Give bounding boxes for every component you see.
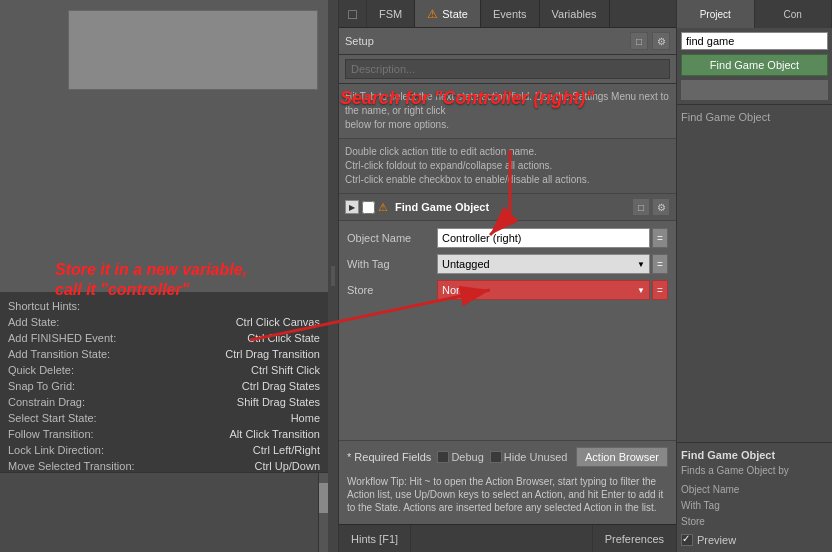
shortcut-keys-lock-link: Ctrl Left/Right bbox=[164, 442, 320, 458]
debug-label: Debug bbox=[451, 451, 483, 463]
shortcut-label-snap: Snap To Grid: bbox=[8, 378, 164, 394]
shortcut-label-lock-link: Lock Link Direction: bbox=[8, 442, 164, 458]
with-tag-value: Untagged ▼ = bbox=[437, 254, 668, 274]
shortcut-row-constrain: Constrain Drag: Shift Drag States bbox=[8, 394, 320, 410]
preferences-label: Preferences bbox=[605, 533, 664, 545]
settings-btn[interactable]: ⚙ bbox=[652, 32, 670, 50]
scrollbar-thumb[interactable] bbox=[319, 483, 328, 513]
shortcut-keys-snap: Ctrl Drag States bbox=[164, 378, 320, 394]
shortcut-label-transition: Add Transition State: bbox=[8, 346, 164, 362]
shortcut-row-snap: Snap To Grid: Ctrl Drag States bbox=[8, 378, 320, 394]
action-fields: Object Name = With Tag Untagged ▼ = bbox=[339, 221, 676, 307]
preferences-btn[interactable]: Preferences bbox=[592, 525, 676, 552]
action-enable-checkbox[interactable] bbox=[362, 201, 375, 214]
field-row-object-name: Object Name = bbox=[339, 225, 676, 251]
shortcut-keys-follow: Alt Click Transition bbox=[164, 426, 320, 442]
shortcuts-section: Shortcut Hints: Add State: Ctrl Click Ca… bbox=[0, 292, 328, 472]
bottom-bar: Hints [F1] Preferences bbox=[339, 524, 676, 552]
with-tag-dropdown[interactable]: Untagged ▼ bbox=[437, 254, 650, 274]
shortcut-label-add-state: Add State: bbox=[8, 314, 164, 330]
shortcut-row-quick-delete: Quick Delete: Ctrl Shift Click bbox=[8, 362, 320, 378]
shortcut-row-transition: Add Transition State: Ctrl Drag Transiti… bbox=[8, 346, 320, 362]
field-row-with-tag: With Tag Untagged ▼ = bbox=[339, 251, 676, 277]
preview-row: Preview bbox=[681, 534, 828, 546]
action-copy-btn[interactable]: □ bbox=[632, 198, 650, 216]
tips-line1: Double click action title to edit action… bbox=[345, 146, 537, 157]
shortcut-row-move-transition: Move Selected Transition: Ctrl Up/Down bbox=[8, 458, 320, 472]
right-field-list: Object Name With Tag Store bbox=[681, 482, 828, 530]
scrollbar-vertical[interactable] bbox=[318, 473, 328, 552]
warning-icon-state: ⚠ bbox=[427, 7, 438, 21]
action-header: ▶ ⚠ Find Game Object □ ⚙ bbox=[339, 194, 676, 221]
tab-state[interactable]: ⚠ State bbox=[415, 0, 481, 27]
shortcut-keys-hints bbox=[164, 298, 320, 314]
store-label: Store bbox=[347, 284, 437, 296]
state-node bbox=[68, 10, 318, 90]
hints-btn[interactable]: Hints [F1] bbox=[339, 525, 411, 552]
with-tag-arrow: ▼ bbox=[637, 260, 645, 269]
maximize-btn[interactable]: □ bbox=[630, 32, 648, 50]
hide-unused-checkbox-item: Hide Unused bbox=[490, 451, 568, 463]
find-game-btn-label: Find Game Object bbox=[710, 59, 799, 71]
store-arrow: ▼ bbox=[637, 286, 645, 295]
state-setup-label: Setup bbox=[345, 35, 630, 47]
right-tab-con[interactable]: Con bbox=[755, 0, 833, 28]
object-name-input[interactable] bbox=[437, 228, 650, 248]
shortcut-label-finished: Add FINISHED Event: bbox=[8, 330, 164, 346]
required-fields-section: * Required Fields Debug Hide Unused Acti… bbox=[339, 440, 676, 524]
canvas-area[interactable] bbox=[0, 0, 328, 292]
tips-area: Double click action title to edit action… bbox=[339, 139, 676, 194]
action-settings-btn[interactable]: ⚙ bbox=[652, 198, 670, 216]
hide-unused-label: Hide Unused bbox=[504, 451, 568, 463]
store-dropdown[interactable]: None ▼ bbox=[437, 280, 650, 300]
shortcut-keys-add-state: Ctrl Click Canvas bbox=[164, 314, 320, 330]
info-line1: Hit Tab to select the next state action … bbox=[345, 91, 669, 116]
shortcut-keys-quick-delete: Ctrl Shift Click bbox=[164, 362, 320, 378]
right-section-description: Finds a Game Object by bbox=[681, 465, 828, 476]
store-expand-btn[interactable]: = bbox=[652, 280, 668, 300]
preview-label: Preview bbox=[697, 534, 736, 546]
tips-line3: Ctrl-click enable checkbox to enable/dis… bbox=[345, 174, 590, 185]
debug-checkbox[interactable] bbox=[437, 451, 449, 463]
hide-unused-checkbox[interactable] bbox=[490, 451, 502, 463]
shortcut-row-add-state: Add State: Ctrl Click Canvas bbox=[8, 314, 320, 330]
action-icon-btns: □ ⚙ bbox=[632, 198, 670, 216]
info-text: Hit Tab to select the next state action … bbox=[339, 84, 676, 139]
action-browser-button[interactable]: Action Browser bbox=[576, 447, 668, 467]
shortcut-row-select-start: Select Start State: Home bbox=[8, 410, 320, 426]
right-field-store: Store bbox=[681, 514, 828, 530]
right-content: Find Game Object bbox=[677, 105, 832, 442]
field-row-store: Store None ▼ = bbox=[339, 277, 676, 303]
search-area: Find Game Object bbox=[677, 28, 832, 105]
left-panel: Shortcut Hints: Add State: Ctrl Click Ca… bbox=[0, 0, 328, 552]
info-line2: below for more options. bbox=[345, 119, 449, 130]
search-results bbox=[681, 80, 828, 100]
with-tag-expand-btn[interactable]: = bbox=[652, 254, 668, 274]
right-panel-bottom: Find Game Object Finds a Game Object by … bbox=[677, 442, 832, 552]
tab-events[interactable]: Events bbox=[481, 0, 540, 27]
action-area: ▶ ⚠ Find Game Object □ ⚙ Object Name bbox=[339, 194, 676, 440]
workflow-tip: Workflow Tip: Hit ~ to open the Action B… bbox=[347, 471, 668, 518]
right-panel: Project Con Find Game Object Find Game O… bbox=[677, 0, 832, 552]
right-tab-project[interactable]: Project bbox=[677, 0, 755, 28]
tab-bar: □ FSM ⚠ State Events Variables bbox=[339, 0, 676, 28]
hints-label: Hints [F1] bbox=[351, 533, 398, 545]
tab-fsm[interactable]: FSM bbox=[367, 0, 415, 27]
description-input[interactable] bbox=[345, 59, 670, 79]
shortcut-keys-move-transition: Ctrl Up/Down bbox=[164, 458, 320, 472]
preview-checkbox[interactable] bbox=[681, 534, 693, 546]
settings-icon: ⚙ bbox=[657, 36, 666, 47]
object-name-expand-btn[interactable]: = bbox=[652, 228, 668, 248]
shortcut-row-follow: Follow Transition: Alt Click Transition bbox=[8, 426, 320, 442]
action-foldout[interactable]: ▶ bbox=[345, 200, 359, 214]
object-name-value: = bbox=[437, 228, 668, 248]
right-section-title: Find Game Object bbox=[681, 449, 828, 461]
resize-handle[interactable] bbox=[328, 0, 338, 552]
shortcut-label-select-start: Select Start State: bbox=[8, 410, 164, 426]
find-game-btn[interactable]: Find Game Object bbox=[681, 54, 828, 76]
minimize-icon[interactable]: □ bbox=[348, 6, 356, 22]
shortcut-keys-select-start: Home bbox=[164, 410, 320, 426]
shortcut-keys-transition: Ctrl Drag Transition bbox=[164, 346, 320, 362]
tab-variables[interactable]: Variables bbox=[540, 0, 610, 27]
search-input[interactable] bbox=[681, 32, 828, 50]
